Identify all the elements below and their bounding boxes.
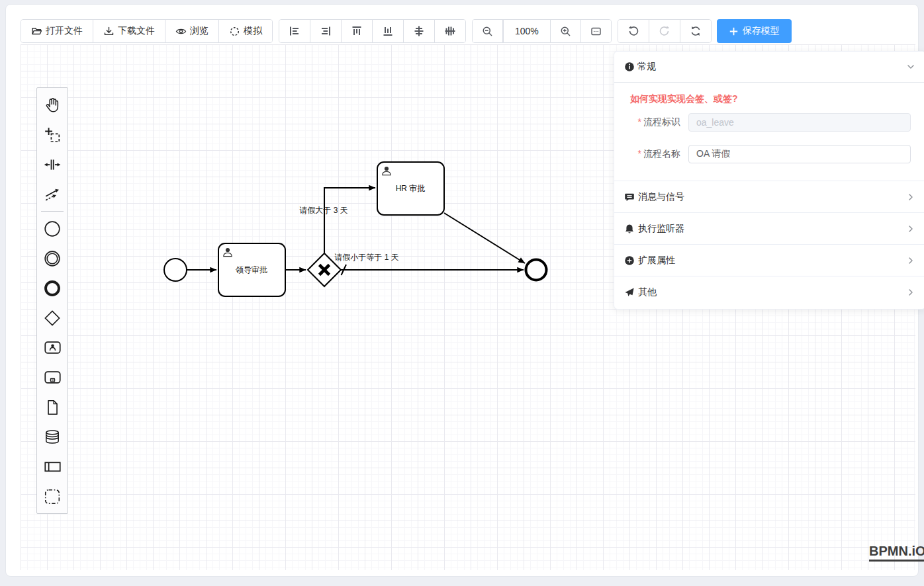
palette-space-tool[interactable] — [37, 149, 68, 179]
align-right-icon — [320, 25, 332, 37]
palette-create-start-event[interactable] — [37, 214, 68, 243]
section-messages-signals[interactable]: 消息与信号 — [614, 181, 924, 212]
bell-icon — [624, 224, 635, 234]
zoom-in-icon — [560, 26, 571, 37]
reset-icon — [690, 25, 702, 37]
end-event-icon — [44, 280, 61, 297]
data-store-icon — [44, 429, 61, 446]
align-vertical-middle-button[interactable] — [435, 20, 465, 42]
end-event-node[interactable] — [526, 260, 547, 280]
align-bottom-button[interactable] — [373, 20, 404, 42]
start-event-node[interactable] — [164, 259, 187, 281]
plus-circle-icon — [624, 255, 635, 266]
palette-create-end-event[interactable] — [37, 273, 68, 303]
process-id-label-wrap: *流程标识 — [614, 116, 688, 128]
zoom-out-button[interactable] — [473, 20, 503, 42]
section-title-wrap: 消息与信号 — [624, 191, 684, 203]
save-model-button[interactable]: 保存模型 — [717, 19, 792, 43]
align-left-button[interactable] — [279, 20, 310, 42]
process-name-field-row: *流程名称 — [614, 145, 911, 163]
user-task-icon — [44, 339, 62, 356]
redo-button[interactable] — [649, 20, 680, 42]
process-id-input — [688, 113, 911, 132]
palette-separator — [41, 211, 64, 212]
general-title-wrap: 常规 — [624, 61, 656, 73]
align-horizontal-center-button[interactable] — [404, 20, 435, 42]
zoom-level-display: 100% — [503, 20, 551, 42]
chevron-right-icon — [905, 192, 916, 202]
flow-label-gt-3-days[interactable]: 请假大于 3 天 — [299, 206, 347, 215]
chevron-down-icon — [905, 62, 916, 72]
sequence-flow-gateway-to-hr[interactable] — [324, 188, 375, 253]
palette-create-data-object[interactable] — [37, 392, 68, 422]
align-top-icon — [351, 25, 363, 37]
hand-tool-icon — [44, 97, 61, 114]
process-id-label: 流程标识 — [643, 116, 680, 127]
download-file-label: 下载文件 — [118, 25, 155, 37]
align-vertical-middle-icon — [444, 25, 456, 37]
palette-create-group[interactable] — [37, 481, 68, 511]
align-right-button[interactable] — [310, 20, 342, 42]
required-asterisk: * — [638, 116, 641, 127]
task-label: HR 审批 — [396, 184, 426, 193]
reset-button[interactable] — [680, 20, 711, 42]
start-event-icon — [44, 220, 61, 237]
open-file-button[interactable]: 打开文件 — [21, 20, 93, 42]
palette-create-intermediate-event[interactable] — [37, 243, 68, 273]
undo-icon — [627, 25, 639, 37]
process-name-input[interactable] — [688, 145, 911, 163]
align-bottom-icon — [382, 25, 394, 37]
simulation-icon — [229, 26, 240, 37]
sequence-flow-hr-to-end[interactable] — [444, 213, 525, 263]
palette-lasso-tool[interactable] — [37, 120, 68, 149]
chevron-right-icon — [905, 255, 916, 266]
plus-icon — [729, 26, 739, 36]
align-top-button[interactable] — [342, 20, 373, 42]
participant-icon — [44, 458, 62, 476]
open-file-label: 打开文件 — [46, 25, 83, 37]
zoom-out-icon — [482, 26, 493, 37]
undo-button[interactable] — [618, 20, 649, 42]
save-model-label: 保存模型 — [743, 25, 780, 37]
section-extended-properties[interactable]: 扩展属性 — [614, 244, 924, 276]
flow-label-le-1-day[interactable]: 请假小于等于 1 天 — [334, 253, 398, 262]
palette-create-participant[interactable] — [37, 452, 68, 481]
file-button-group: 打开文件 下载文件 浏览 模拟 — [21, 19, 273, 43]
info-circle-icon — [624, 62, 635, 72]
chevron-right-icon — [905, 224, 916, 234]
bpmn-io-logo[interactable]: BPMN.iO — [869, 544, 924, 562]
simulate-label: 模拟 — [244, 25, 262, 37]
task-label: 领导审批 — [235, 265, 267, 274]
section-others[interactable]: 其他 — [614, 276, 924, 308]
intermediate-event-icon — [44, 250, 61, 267]
properties-panel: 常规 如何实现实现会签、或签? *流程标识 *流程名称 — [614, 51, 924, 310]
required-asterisk: * — [638, 148, 641, 159]
message-icon — [624, 192, 635, 202]
bpmn-palette — [36, 87, 68, 514]
preview-label: 浏览 — [190, 25, 208, 37]
general-section-header[interactable]: 常规 — [614, 52, 924, 83]
download-file-button[interactable]: 下载文件 — [93, 20, 165, 42]
section-label: 其他 — [638, 286, 657, 298]
palette-hand-tool[interactable] — [37, 90, 68, 120]
group-icon — [44, 488, 61, 505]
preview-button[interactable]: 浏览 — [165, 20, 219, 42]
palette-create-data-store[interactable] — [37, 422, 68, 452]
palette-create-subprocess[interactable] — [37, 362, 68, 392]
general-title: 常规 — [637, 61, 656, 73]
section-execution-listeners[interactable]: 执行监听器 — [614, 212, 924, 244]
lasso-tool-icon — [44, 126, 61, 144]
zoom-in-button[interactable] — [551, 20, 581, 42]
download-icon — [103, 26, 115, 37]
process-id-field-row: *流程标识 — [614, 113, 911, 132]
palette-global-connect-tool[interactable] — [37, 179, 68, 209]
palette-create-user-task[interactable] — [37, 333, 68, 362]
user-task-leader-node[interactable]: 领导审批 — [218, 243, 285, 296]
countersign-help-link[interactable]: 如何实现实现会签、或签? — [630, 93, 738, 105]
palette-create-gateway[interactable] — [37, 303, 68, 333]
space-tool-icon — [44, 156, 61, 173]
user-task-hr-node[interactable]: HR 审批 — [377, 162, 444, 215]
fit-viewport-button[interactable] — [581, 20, 611, 42]
zoom-button-group: 100% — [472, 19, 612, 43]
simulate-button[interactable]: 模拟 — [219, 20, 272, 42]
